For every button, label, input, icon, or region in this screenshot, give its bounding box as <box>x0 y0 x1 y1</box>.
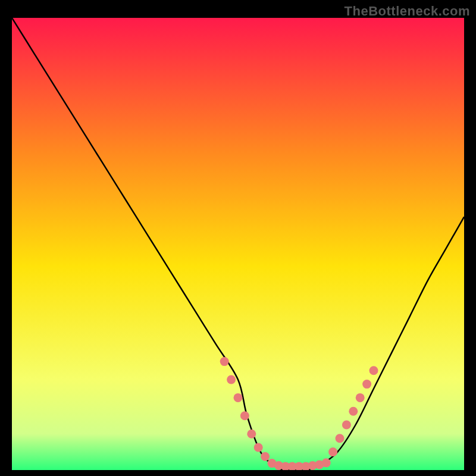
highlight-dot <box>254 443 263 452</box>
bottleneck-chart <box>12 18 464 470</box>
highlight-dot <box>247 430 256 439</box>
highlight-dot <box>369 366 378 375</box>
highlight-dot <box>234 393 243 402</box>
watermark-label: TheBottleneck.com <box>345 4 470 19</box>
highlight-dot <box>328 447 337 456</box>
highlight-dot <box>362 380 371 389</box>
highlight-dot <box>349 407 358 416</box>
highlight-dot <box>240 411 249 420</box>
highlight-dot <box>342 421 351 430</box>
highlight-dot <box>322 458 331 467</box>
highlight-dot <box>356 393 365 402</box>
highlight-dot <box>336 434 345 443</box>
highlight-dot <box>220 357 229 366</box>
highlight-dot <box>227 375 236 384</box>
plot-area <box>12 18 464 470</box>
highlight-dot <box>261 452 270 461</box>
gradient-panel <box>12 18 464 470</box>
chart-frame: TheBottleneck.com <box>0 0 476 476</box>
